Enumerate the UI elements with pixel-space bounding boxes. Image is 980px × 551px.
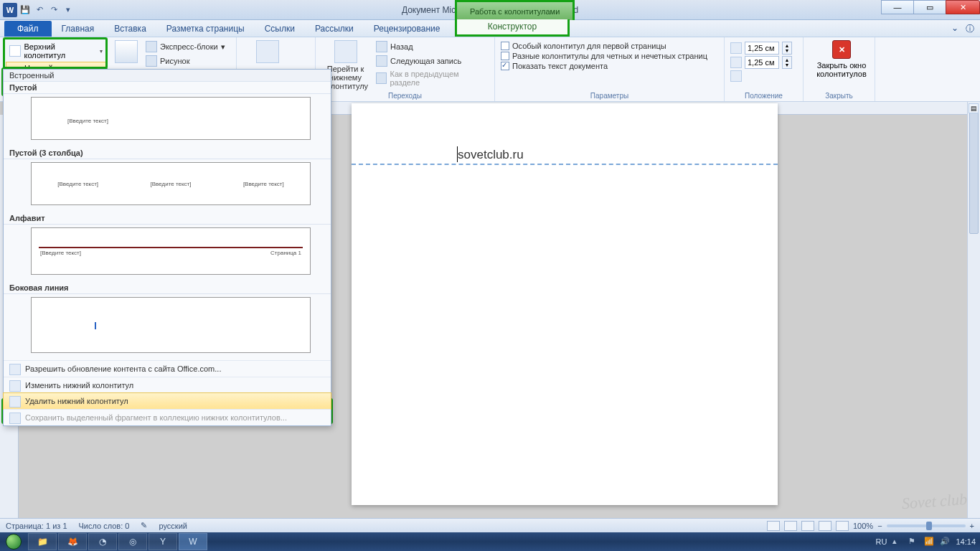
delete-icon [9, 396, 21, 408]
nav-next-button[interactable]: Следующая запись [374, 55, 489, 67]
edit-icon [9, 380, 21, 392]
header-top-spin[interactable]: ▲▼ [730, 42, 797, 55]
tab-refs[interactable]: Ссылки [255, 21, 305, 37]
redo-icon[interactable]: ↷ [47, 4, 60, 17]
tray-flag-icon[interactable]: ⚑ [908, 537, 918, 547]
zoom-out-icon[interactable]: − [877, 522, 882, 530]
gallery-item-side[interactable] [31, 297, 311, 353]
status-bar: Страница: 1 из 1 Число слов: 0 ✎ русский… [0, 518, 980, 532]
zoom-slider[interactable] [887, 524, 966, 527]
taskbar-yandex[interactable]: Y [149, 533, 177, 550]
view-fullscreen-icon[interactable] [784, 521, 797, 531]
status-spellcheck-icon[interactable]: ✎ [141, 521, 147, 530]
picture-button[interactable]: Рисунок [143, 55, 227, 67]
tray-clock[interactable]: 14:14 [956, 537, 976, 546]
gallery-edit-footer[interactable]: Изменить нижний колонтитул [4, 377, 331, 393]
system-tray: RU ▴ ⚑ 📶 🔊 14:14 [876, 537, 980, 547]
taskbar-word[interactable]: W [179, 533, 207, 550]
tray-volume-icon[interactable]: 🔊 [940, 537, 950, 547]
view-print-layout-icon[interactable] [767, 521, 780, 531]
save-icon[interactable]: 💾 [19, 4, 32, 17]
zoom-in-icon[interactable]: + [970, 522, 974, 530]
maximize-button[interactable]: ▭ [913, 0, 946, 14]
tab-insert[interactable]: Вставка [104, 21, 156, 37]
group-label-position: Положение [730, 90, 797, 100]
view-web-icon[interactable] [801, 521, 814, 531]
express-blocks-button[interactable]: Экспресс-блоки ▾ [143, 40, 227, 53]
taskbar-explorer[interactable]: 📁 [28, 533, 57, 550]
nav-back-button[interactable]: Назад [374, 40, 489, 53]
gallery-item-empty[interactable]: [Введите текст] [31, 97, 311, 140]
header-bottom-spin[interactable]: ▲▼ [730, 56, 797, 69]
tray-lang[interactable]: RU [876, 537, 887, 546]
opt-show-doc[interactable]: Показать текст документа [501, 62, 718, 70]
start-button[interactable] [0, 532, 27, 551]
save-icon [9, 413, 21, 424]
tab-insert-spin[interactable] [730, 70, 797, 82]
gallery-item-alpha-label: Алфавит [4, 212, 331, 225]
undo-icon[interactable]: ↶ [33, 4, 46, 17]
close-icon: ✕ [832, 40, 851, 59]
vertical-scrollbar[interactable] [967, 102, 980, 518]
nav-prevsec-button[interactable]: Как в предыдущем разделе [374, 69, 489, 88]
quick-access-toolbar: W 💾 ↶ ↷ ▾ [0, 3, 75, 17]
gallery-delete-footer[interactable]: Удалить нижний колонтитул [3, 392, 331, 410]
gallery-item-empty3[interactable]: [Введите текст] [Введите текст] [Введите… [31, 162, 311, 205]
qat-dropdown-icon[interactable]: ▾ [62, 4, 75, 17]
ruler-toggle-icon[interactable]: ▤ [969, 103, 979, 113]
page-watermark: sovetclub.ru [458, 148, 524, 162]
zoom-knob[interactable] [926, 522, 932, 530]
chevron-down-icon: ▾ [100, 48, 103, 55]
globe-icon [9, 364, 21, 375]
status-words[interactable]: Число слов: 0 [79, 522, 130, 530]
header-top-input[interactable] [745, 42, 779, 55]
tray-up-icon[interactable]: ▴ [892, 537, 903, 547]
gallery-section-builtin: Встроенный [4, 70, 331, 82]
scrollbar-thumb[interactable] [969, 105, 979, 234]
opt-first-page[interactable]: Особый колонтитул для первой страницы [501, 42, 718, 50]
spinner-icon[interactable]: ▲▼ [782, 56, 792, 69]
checkbox-icon [501, 42, 509, 50]
header-button[interactable]: Верхний колонтитул▾ [6, 40, 106, 62]
taskbar-firefox[interactable]: 🦊 [58, 533, 87, 550]
zoom-level[interactable]: 100% [853, 522, 873, 530]
close-button[interactable]: ✕ [946, 0, 980, 14]
tab-mail[interactable]: Рассылки [305, 21, 364, 37]
blocks-icon [146, 41, 157, 52]
taskbar-app[interactable]: ◔ [88, 533, 117, 550]
taskbar: 📁 🦊 ◔ ◎ Y W RU ▴ ⚑ 📶 🔊 14:14 [0, 532, 980, 551]
gallery-item-empty-label: Пустой [4, 82, 331, 94]
margin-bottom-icon [730, 57, 742, 68]
group-label-close: Закрыть [809, 90, 869, 100]
help-icon[interactable]: ⓘ [966, 23, 974, 35]
tab-designer[interactable]: Конструктор [455, 19, 570, 37]
gallery-item-alpha[interactable]: [Введите текст] Страница 1 [31, 227, 311, 275]
group-label-nav: Переходы [321, 90, 489, 100]
status-page[interactable]: Страница: 1 из 1 [6, 522, 67, 530]
close-header-footer-button[interactable]: ✕ Закрыть окно колонтитулов [809, 40, 874, 78]
status-language[interactable]: русский [159, 522, 187, 530]
tab-review[interactable]: Рецензирование [364, 21, 451, 37]
footer-gallery-dropdown: Встроенный Пустой [Введите текст] Пустой… [3, 69, 331, 426]
ribbon-tabs: Файл Главная Вставка Разметка страницы С… [0, 20, 980, 37]
window-buttons: — ▭ ✕ [882, 0, 980, 14]
minimize-button[interactable]: — [881, 0, 914, 14]
opt-odd-even[interactable]: Разные колонтитулы для четных и нечетных… [501, 52, 718, 60]
tab-home[interactable]: Главная [52, 21, 105, 37]
tab-file[interactable]: Файл [4, 21, 52, 37]
view-draft-icon[interactable] [836, 521, 849, 531]
ribbon-minimize-icon[interactable]: ⌄ [951, 23, 958, 35]
date-icon[interactable] [115, 40, 138, 63]
view-outline-icon[interactable] [819, 521, 831, 531]
gallery-save-selection: Сохранить выделенный фрагмент в коллекци… [4, 409, 331, 425]
gallery-update-office[interactable]: Разрешить обновление контента с сайта Of… [4, 360, 331, 377]
tab-layout[interactable]: Разметка страницы [156, 21, 255, 37]
spinner-icon[interactable]: ▲▼ [782, 42, 792, 55]
title-bar: W 💾 ↶ ↷ ▾ Документ Microsoft Word (3) - … [0, 0, 980, 20]
taskbar-app2[interactable]: ◎ [118, 533, 147, 550]
gallery-item-empty3-label: Пустой (3 столбца) [4, 147, 331, 159]
document-page[interactable]: sovetclub.ru [352, 103, 778, 505]
checkbox-icon [501, 52, 509, 60]
header-bottom-input[interactable] [745, 56, 779, 69]
tray-network-icon[interactable]: 📶 [924, 537, 934, 547]
